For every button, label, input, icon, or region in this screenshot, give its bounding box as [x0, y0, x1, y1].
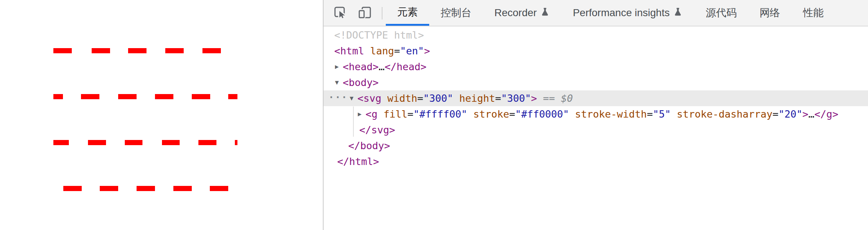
- code-token: "#ffff00": [413, 108, 467, 120]
- dash-segment: [162, 140, 180, 145]
- dash-segment: [88, 140, 106, 145]
- code-text: <body>: [343, 75, 379, 90]
- code-text: </body>: [348, 138, 390, 154]
- dash-segment: [100, 186, 118, 191]
- devtools-panel: 元素控制台RecorderPerformance insights源代码网络性能…: [324, 0, 868, 230]
- code-text: <head>…</head>: [343, 59, 427, 75]
- dom-tree-line[interactable]: ···▼<svg width="300" height="300"> == $0: [324, 90, 868, 106]
- code-token: stroke-dasharray: [677, 108, 772, 120]
- tab-elements[interactable]: 元素: [386, 0, 429, 26]
- code-token: =: [407, 108, 413, 120]
- dash-segment: [125, 140, 142, 145]
- tab-recorder[interactable]: Recorder: [483, 0, 561, 26]
- code-token: …: [808, 108, 814, 120]
- elements-dom-tree: <!DOCTYPE html><html lang="en">▶<head>…<…: [324, 26, 868, 230]
- code-text: <g fill="#ffff00" stroke="#ff0000" strok…: [366, 106, 838, 122]
- code-token: <html: [334, 45, 370, 57]
- code-token: "20": [779, 108, 802, 120]
- code-token: </head>: [385, 61, 427, 72]
- expand-arrow-icon[interactable]: ▶: [358, 106, 366, 122]
- dom-tree-line[interactable]: <html lang="en">: [324, 43, 868, 59]
- code-text: </html>: [337, 154, 379, 169]
- code-token: == $0: [537, 93, 573, 104]
- code-token: <g: [366, 108, 384, 120]
- device-toolbar-icon[interactable]: [357, 6, 372, 20]
- code-token: =: [495, 93, 501, 104]
- code-token: [467, 108, 473, 120]
- tab-sources[interactable]: 源代码: [694, 0, 748, 26]
- code-token: …: [379, 61, 385, 72]
- devtools-toolbar: 元素控制台RecorderPerformance insights源代码网络性能: [324, 0, 868, 26]
- code-token: [569, 108, 575, 120]
- tab-network[interactable]: 网络: [748, 0, 791, 26]
- dash-segment: [81, 94, 99, 99]
- dom-tree-line[interactable]: </body>: [324, 138, 868, 154]
- code-token: >: [424, 45, 430, 57]
- dash-segment: [53, 140, 69, 145]
- code-text: </svg>: [359, 122, 395, 138]
- code-token: <svg: [357, 93, 387, 104]
- code-token: "300": [501, 93, 531, 104]
- dom-tree-line[interactable]: ▶<g fill="#ffff00" stroke="#ff0000" stro…: [324, 106, 868, 122]
- dash-segment: [198, 140, 216, 145]
- tab-label: 元素: [397, 5, 418, 19]
- tab-label: 网络: [759, 6, 780, 20]
- dash-segment: [202, 48, 221, 53]
- dom-tree-line[interactable]: ▶<head>…</head>: [324, 59, 868, 75]
- code-token: </body>: [348, 140, 390, 151]
- dom-tree-line[interactable]: <!DOCTYPE html>: [324, 27, 868, 43]
- dash-segment: [228, 94, 237, 99]
- tab-label: Recorder: [494, 7, 537, 19]
- expand-arrow-icon[interactable]: ▶: [335, 59, 343, 75]
- code-token: =: [773, 108, 779, 120]
- overflow-menu-icon[interactable]: ···: [328, 90, 348, 105]
- dom-tree-line[interactable]: </svg>: [324, 122, 868, 138]
- code-token: =: [647, 108, 653, 120]
- code-token: "#ff0000": [515, 108, 569, 120]
- tab-performance[interactable]: 性能: [791, 0, 835, 26]
- dom-tree-line[interactable]: </html>: [324, 154, 868, 169]
- code-token: <!DOCTYPE html>: [334, 29, 424, 41]
- code-token: stroke: [473, 108, 509, 120]
- code-token: fill: [384, 108, 407, 120]
- code-token: </svg>: [359, 124, 395, 136]
- code-token: "en": [400, 45, 424, 57]
- dash-segment: [192, 94, 210, 99]
- dom-tree-line[interactable]: ▼<body>: [324, 75, 868, 90]
- dash-segment: [53, 48, 72, 53]
- dash-segment: [173, 186, 192, 191]
- devtools-tab-strip: 元素控制台RecorderPerformance insights源代码网络性能: [386, 0, 835, 26]
- code-token: <head>: [343, 61, 379, 72]
- collapse-arrow-icon[interactable]: ▼: [335, 75, 343, 90]
- dash-segment: [128, 48, 147, 53]
- dash-segment: [155, 94, 173, 99]
- code-token: >: [531, 93, 537, 104]
- dash-segment: [235, 140, 237, 145]
- code-token: "5": [653, 108, 671, 120]
- dash-segment: [118, 94, 137, 99]
- tab-label: 源代码: [706, 6, 737, 20]
- dash-segment: [210, 186, 228, 191]
- dash-segment: [92, 48, 110, 53]
- toolbar-separator: [382, 7, 382, 19]
- tab-console[interactable]: 控制台: [429, 0, 483, 26]
- code-token: <body>: [343, 77, 379, 88]
- code-text: <!DOCTYPE html>: [334, 27, 424, 43]
- code-token: </g>: [814, 108, 838, 120]
- code-token: [453, 93, 459, 104]
- screenshot-root: 元素控制台RecorderPerformance insights源代码网络性能…: [0, 0, 868, 230]
- code-token: lang: [370, 45, 394, 57]
- code-token: =: [417, 93, 423, 104]
- inspect-element-icon[interactable]: [333, 6, 348, 20]
- collapse-arrow-icon[interactable]: ▼: [350, 90, 358, 106]
- tab-label: 性能: [803, 6, 823, 20]
- tab-performance-insights[interactable]: Performance insights: [561, 0, 694, 26]
- code-token: stroke-width: [575, 108, 647, 120]
- code-token: >: [802, 108, 808, 120]
- flask-icon: [673, 7, 683, 18]
- code-token: [671, 108, 677, 120]
- rendered-page-preview: [0, 0, 323, 230]
- code-text: <html lang="en">: [334, 43, 430, 59]
- dash-segment: [63, 186, 82, 191]
- code-token: </html>: [337, 156, 379, 167]
